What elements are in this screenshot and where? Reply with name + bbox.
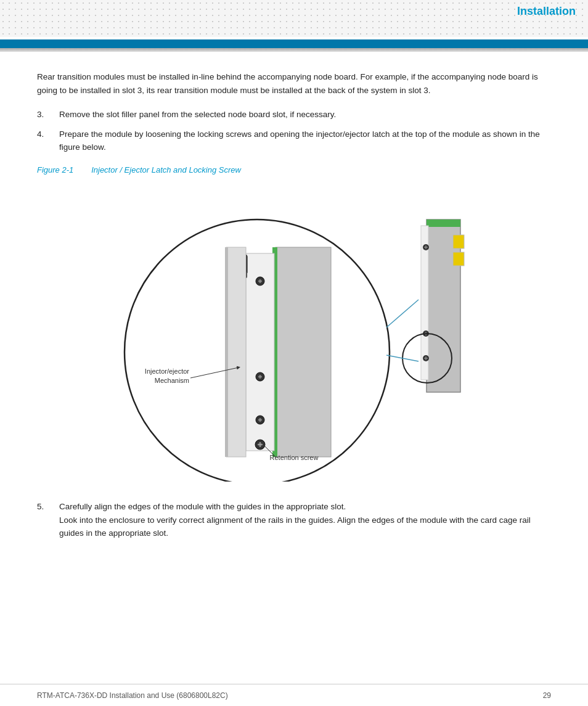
intro-paragraph: Rear transition modules must be installe… xyxy=(37,70,551,97)
page-header: Installation xyxy=(0,0,588,55)
figure-svg: Injector/ejector Mechanism Retention scr… xyxy=(84,186,504,482)
step-5-number: 5. xyxy=(37,500,59,540)
svg-rect-31 xyxy=(427,220,460,227)
figure-diagram-area: Injector/ejector Mechanism Retention scr… xyxy=(37,186,551,482)
figure-caption: Figure 2-1 Injector / Ejector Latch and … xyxy=(37,165,551,174)
svg-text:Mechanism: Mechanism xyxy=(155,377,189,384)
chapter-title: Installation xyxy=(517,5,576,18)
svg-rect-32 xyxy=(453,235,464,248)
figure-caption-label: Figure 2-1 xyxy=(37,165,73,174)
svg-rect-24 xyxy=(225,247,228,457)
footer-page-number: 29 xyxy=(543,691,551,700)
step-3-text: Remove the slot filler panel from the se… xyxy=(59,108,551,121)
step-5-text: Carefully align the edges of the module … xyxy=(59,500,551,540)
header-blue-bar xyxy=(0,39,588,48)
page-footer: RTM-ATCA-736X-DD Installation and Use (6… xyxy=(0,684,588,706)
svg-text:Injector/ejector: Injector/ejector xyxy=(145,367,189,375)
footer-left-text: RTM-ATCA-736X-DD Installation and Use (6… xyxy=(37,691,228,700)
step-5: 5. Carefully align the edges of the modu… xyxy=(37,500,551,540)
step-4: 4. Prepare the module by loosening the l… xyxy=(37,128,551,154)
step-4-number: 4. xyxy=(37,128,59,154)
svg-text:Retention screw: Retention screw xyxy=(270,454,319,461)
page-content: Rear transition modules must be installe… xyxy=(0,55,588,565)
step-3: 3. Remove the slot filler panel from the… xyxy=(37,108,551,121)
steps-list: 3. Remove the slot filler panel from the… xyxy=(37,108,551,154)
svg-rect-33 xyxy=(453,252,464,266)
header-dots-bg xyxy=(0,0,588,37)
svg-rect-23 xyxy=(226,247,246,457)
step-3-number: 3. xyxy=(37,108,59,121)
svg-rect-1 xyxy=(276,247,331,457)
step-4-text: Prepare the module by loosening the lock… xyxy=(59,128,551,154)
header-gray-bar xyxy=(0,48,588,52)
svg-line-45 xyxy=(386,300,419,327)
figure-caption-text: Injector / Ejector Latch and Locking Scr… xyxy=(91,165,241,174)
